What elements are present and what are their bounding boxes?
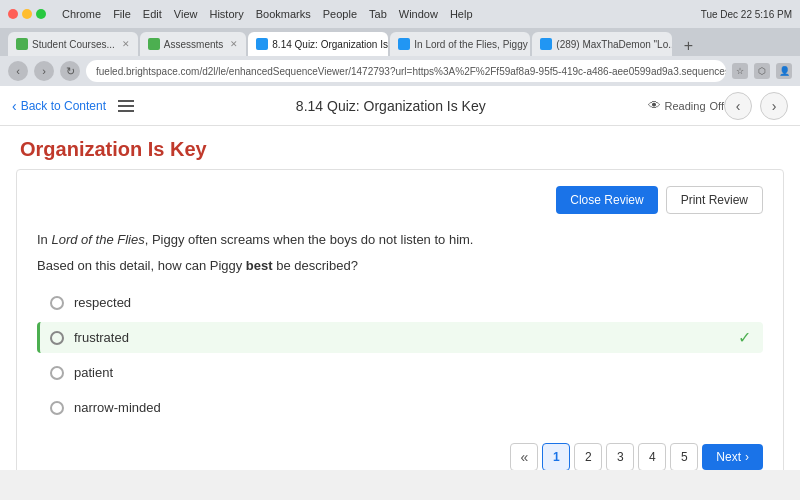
page-content: ‹ Back to Content 8.14 Quiz: Organizatio… [0,86,800,470]
question-line2: Based on this detail, how can Piggy best… [37,256,763,276]
pagination-page-1[interactable]: 1 [542,443,570,470]
menu-history[interactable]: History [209,8,243,20]
nav-arrows: ‹ › [724,92,788,120]
tab-student-courses[interactable]: Student Courses... ✕ [8,32,138,56]
tab-favicon-2 [148,38,160,50]
tab-label-1: Student Courses... [32,39,115,50]
maximize-window-btn[interactable] [36,9,46,19]
answer-text-patient: patient [74,365,113,380]
address-bar[interactable]: fueled.brightspace.com/d2l/le/enhancedSe… [86,60,726,82]
menu-edit[interactable]: Edit [143,8,162,20]
top-nav: ‹ Back to Content 8.14 Quiz: Organizatio… [0,86,800,126]
pagination-prev-btn[interactable]: « [510,443,538,470]
forward-nav-btn[interactable]: › [34,61,54,81]
minimize-window-btn[interactable] [22,9,32,19]
menu-window[interactable]: Window [399,8,438,20]
answer-text-narrow-minded: narrow-minded [74,400,161,415]
review-buttons-row: Close Review Print Review [37,186,763,214]
hamburger-menu-btn[interactable] [118,100,134,112]
menu-file[interactable]: File [113,8,131,20]
menu-tab[interactable]: Tab [369,8,387,20]
print-review-btn[interactable]: Print Review [666,186,763,214]
hamburger-bar-3 [118,110,134,112]
quiz-title: Organization Is Key [20,138,780,161]
hamburger-bar-1 [118,100,134,102]
answer-radio-narrow-minded [50,401,64,415]
checkmark-icon: ✓ [738,328,751,347]
extensions-icon[interactable]: ⬡ [754,63,770,79]
answer-option-frustrated[interactable]: frustrated ✓ [37,322,763,353]
tab-label-5: (289) MaxThaDemon "Lo... [556,39,672,50]
close-window-btn[interactable] [8,9,18,19]
answer-option-respected[interactable]: respected [37,287,763,318]
pagination: « 1 2 3 4 5 Next › [37,443,763,470]
title-bar: Chrome File Edit View History Bookmarks … [0,0,800,28]
menu-view[interactable]: View [174,8,198,20]
answer-radio-respected [50,296,64,310]
tabs-bar: Student Courses... ✕ Assessments ✕ 8.14 … [0,28,800,56]
pagination-page-3[interactable]: 3 [606,443,634,470]
quiz-header: Organization Is Key [0,126,800,169]
browser-chrome: Chrome File Edit View History Bookmarks … [0,0,800,86]
question-line1: In Lord of the Flies, Piggy often scream… [37,230,763,250]
next-btn[interactable]: Next › [702,444,763,470]
pagination-page-5[interactable]: 5 [670,443,698,470]
tab-quiz-org-key[interactable]: 8.14 Quiz: Organization Is Key ✕ [248,32,388,56]
next-page-btn[interactable]: › [760,92,788,120]
tab-label-3: 8.14 Quiz: Organization Is Key [272,39,388,50]
answer-option-narrow-minded[interactable]: narrow-minded [37,392,763,423]
menu-help[interactable]: Help [450,8,473,20]
pagination-page-2[interactable]: 2 [574,443,602,470]
tab-lord-of-flies[interactable]: In Lord of the Flies, Piggy oft... ✕ [390,32,530,56]
tab-max-demon[interactable]: (289) MaxThaDemon "Lo... ✕ [532,32,672,56]
nav-page-title: 8.14 Quiz: Organization Is Key [134,98,647,114]
system-datetime: Tue Dec 22 5:16 PM [701,9,792,20]
answer-option-patient[interactable]: patient [37,357,763,388]
address-icons: ☆ ⬡ 👤 [732,63,792,79]
menu-people[interactable]: People [323,8,357,20]
answer-radio-frustrated [50,331,64,345]
tab-favicon-1 [16,38,28,50]
hamburger-bar-2 [118,105,134,107]
reading-icon: 👁 [648,98,661,113]
answer-radio-patient [50,366,64,380]
address-bar-row: ‹ › ↻ fueled.brightspace.com/d2l/le/enha… [0,56,800,86]
tab-close-2[interactable]: ✕ [230,39,238,49]
tab-label-2: Assessments [164,39,223,50]
back-arrow-icon: ‹ [12,98,17,114]
menu-chrome[interactable]: Chrome [62,8,101,20]
next-label: Next [716,450,741,464]
tab-label-4: In Lord of the Flies, Piggy oft... [414,39,530,50]
bookmark-icon[interactable]: ☆ [732,63,748,79]
back-to-content-btn[interactable]: ‹ Back to Content [12,98,106,114]
answer-text-frustrated: frustrated [74,330,129,345]
close-review-btn[interactable]: Close Review [556,186,657,214]
next-arrow-icon: › [745,450,749,464]
profile-icon[interactable]: 👤 [776,63,792,79]
tab-assessments[interactable]: Assessments ✕ [140,32,246,56]
window-controls[interactable] [8,9,46,19]
quiz-card: Close Review Print Review In Lord of the… [16,169,784,470]
answer-text-respected: respected [74,295,131,310]
menu-bar: Chrome File Edit View History Bookmarks … [52,6,483,22]
new-tab-btn[interactable]: + [678,36,698,56]
tab-favicon-4 [398,38,410,50]
menu-bookmarks[interactable]: Bookmarks [256,8,311,20]
reading-state: Off [710,100,724,112]
refresh-btn[interactable]: ↻ [60,61,80,81]
answers-list: respected frustrated ✓ patient narrow-mi… [37,287,763,423]
pagination-page-4[interactable]: 4 [638,443,666,470]
reading-label: Reading [665,100,706,112]
back-label: Back to Content [21,99,106,113]
tab-favicon-5 [540,38,552,50]
reading-toggle[interactable]: 👁 Reading Off [648,98,724,113]
prev-page-btn[interactable]: ‹ [724,92,752,120]
tab-close-1[interactable]: ✕ [122,39,130,49]
back-nav-btn[interactable]: ‹ [8,61,28,81]
tab-favicon-3 [256,38,268,50]
